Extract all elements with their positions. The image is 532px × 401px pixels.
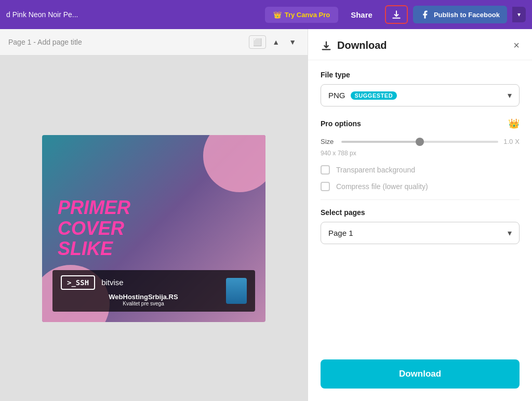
- design-card: PRIMER COVER SLIKE >_SSH bitvise WebHost…: [42, 135, 265, 322]
- design-preview: PRIMER COVER SLIKE >_SSH bitvise WebHost…: [0, 56, 308, 401]
- canvas-area: Page 1 - Add page title ⬜ ▲ ▼ PRIMER COV…: [0, 29, 308, 401]
- page-controls: ⬜ ▲ ▼: [249, 35, 299, 49]
- hosting-info: WebHostingSrbija.RS Kvalitet pre svega: [61, 293, 226, 306]
- transparent-bg-label: Transparent background: [336, 166, 415, 174]
- panel-body: File type PNG SUGGESTED ▾ Pro options 👑 …: [308, 60, 532, 359]
- crown-icon: 👑: [273, 11, 282, 19]
- facebook-icon: [420, 10, 430, 19]
- pro-options-header: Pro options 👑: [321, 118, 520, 129]
- design-text-primer: PRIMER: [58, 197, 130, 218]
- file-type-label: File type: [321, 71, 520, 79]
- pro-options-label: Pro options: [321, 119, 361, 128]
- compress-file-label: Compress file (lower quality): [336, 182, 428, 191]
- select-pages-dropdown[interactable]: Page 1 ▾: [321, 222, 520, 244]
- dimensions-label: 940 x 788 px: [321, 150, 520, 157]
- compress-file-checkbox[interactable]: [321, 182, 330, 191]
- file-type-chevron-icon: ▾: [508, 90, 512, 100]
- topbar-title: d Pink Neon Noir Pe...: [6, 10, 78, 19]
- transparent-bg-checkbox[interactable]: [321, 165, 330, 175]
- design-bottom-section: >_SSH bitvise WebHostingSrbija.RS Kvalit…: [52, 270, 255, 312]
- file-type-row: PNG SUGGESTED: [328, 91, 397, 100]
- publish-to-facebook-button[interactable]: Publish to Facebook: [413, 6, 507, 23]
- download-main-button[interactable]: Download: [321, 359, 520, 389]
- topbar: d Pink Neon Noir Pe... 👑 Try Canva Pro S…: [0, 0, 532, 29]
- file-type-dropdown[interactable]: PNG SUGGESTED ▾: [321, 84, 520, 106]
- slider-thumb: [416, 138, 424, 146]
- pro-crown-icon: 👑: [508, 118, 520, 129]
- divider: [321, 199, 520, 200]
- bitvise-label: bitvise: [101, 278, 124, 287]
- file-type-value: PNG: [328, 91, 345, 100]
- publish-chevron-button[interactable]: ▾: [512, 7, 526, 22]
- download-title-icon: [321, 40, 332, 51]
- download-icon-button[interactable]: [385, 5, 408, 24]
- download-panel: Download × File type PNG SUGGESTED ▾ Pro…: [308, 29, 532, 401]
- panel-title: Download: [321, 39, 513, 51]
- ssh-box: >_SSH: [61, 275, 95, 290]
- size-label: Size: [321, 138, 336, 145]
- panel-close-button[interactable]: ×: [513, 39, 520, 51]
- select-pages-label: Select pages: [321, 208, 520, 217]
- suggested-badge: SUGGESTED: [351, 91, 397, 100]
- panel-header: Download ×: [308, 29, 532, 60]
- server-icon: [226, 278, 247, 304]
- size-value: 1.0 X: [503, 138, 520, 145]
- page-up-button[interactable]: ▲: [269, 36, 283, 48]
- transparent-bg-checkbox-row[interactable]: Transparent background: [321, 165, 520, 175]
- size-slider[interactable]: [341, 141, 498, 143]
- pages-chevron-icon: ▾: [508, 228, 512, 238]
- design-text-slike: SLIKE: [58, 238, 113, 259]
- main-content: Page 1 - Add page title ⬜ ▲ ▼ PRIMER COV…: [0, 29, 532, 401]
- page-number-label: Page 1 - Add page title: [8, 38, 82, 46]
- size-row: Size 1.0 X: [321, 138, 520, 145]
- page-header: Page 1 - Add page title ⬜ ▲ ▼: [0, 29, 308, 56]
- page-1-option: Page 1: [328, 229, 353, 237]
- share-button[interactable]: Share: [343, 6, 380, 23]
- download-icon: [391, 9, 402, 20]
- notes-button[interactable]: ⬜: [249, 35, 266, 49]
- page-down-button[interactable]: ▼: [286, 36, 299, 48]
- design-text-cover: COVER: [58, 218, 124, 239]
- try-pro-button[interactable]: 👑 Try Canva Pro: [265, 7, 338, 23]
- compress-file-checkbox-row[interactable]: Compress file (lower quality): [321, 182, 520, 191]
